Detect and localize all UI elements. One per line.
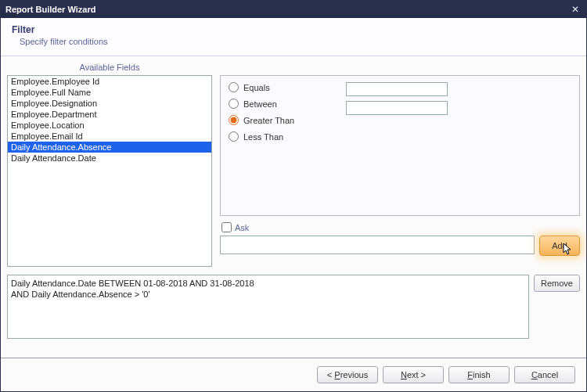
ask-checkbox[interactable] — [221, 222, 232, 232]
upper-area: Available Fields Employee.Employee IdEmp… — [7, 61, 580, 267]
list-item[interactable]: Daily Attendance.Date — [8, 153, 211, 164]
list-item[interactable]: Daily Attendance.Absence — [8, 142, 211, 153]
add-button[interactable]: Add — [539, 236, 580, 256]
available-fields-list[interactable]: Employee.Employee IdEmployee.Full NameEm… — [7, 75, 212, 267]
wizard-footer: < Previous Next > Finish Cancel — [1, 358, 586, 391]
wizard-header: Filter Specify filter conditions — [1, 18, 586, 56]
ask-label: Ask — [235, 223, 249, 232]
wizard-body: Available Fields Employee.Employee IdEmp… — [1, 56, 586, 358]
list-item[interactable]: Employee.Location — [8, 120, 211, 131]
list-item[interactable]: Employee.Email Id — [8, 131, 211, 142]
radio-less-than[interactable]: Less Than — [229, 131, 330, 142]
window-title: Report Builder Wizard — [5, 5, 95, 14]
finish-button[interactable]: Finish — [448, 366, 510, 383]
wizard-window: Report Builder Wizard ✕ Filter Specify f… — [0, 0, 587, 392]
condition-panel: Equals Between Greater Than Less Th — [220, 75, 580, 216]
radio-less-than-input[interactable] — [229, 131, 239, 142]
radio-greater-than-input[interactable] — [229, 115, 239, 125]
radio-less-than-label: Less Than — [243, 132, 283, 142]
remove-button[interactable]: Remove — [534, 275, 580, 292]
value1-input[interactable] — [346, 82, 448, 96]
value2-input[interactable] — [346, 101, 448, 115]
radio-greater-than-label: Greater Than — [243, 116, 294, 125]
cancel-button[interactable]: Cancel — [514, 366, 575, 383]
next-button[interactable]: Next > — [383, 366, 444, 383]
titlebar: Report Builder Wizard ✕ — [1, 1, 586, 18]
value-inputs — [346, 82, 448, 209]
expression-row: Add — [220, 236, 580, 256]
radio-between[interactable]: Between — [229, 99, 330, 109]
wizard-step-subtitle: Specify filter conditions — [20, 37, 575, 46]
ask-row: Ask — [221, 222, 580, 232]
add-button-label: Add — [552, 241, 567, 250]
list-item[interactable]: Employee.Designation — [8, 98, 211, 109]
expression-input[interactable] — [220, 236, 535, 254]
wizard-step-title: Filter — [12, 24, 575, 35]
list-item[interactable]: Employee.Department — [8, 109, 211, 120]
radio-greater-than[interactable]: Greater Than — [229, 115, 330, 125]
available-fields-label: Available Fields — [7, 61, 212, 75]
available-fields-column: Available Fields Employee.Employee IdEmp… — [7, 61, 212, 267]
previous-button[interactable]: < Previous — [317, 366, 378, 383]
results-row: Daily Attendance.Date BETWEEN 01-08-2018… — [7, 275, 580, 339]
results-box[interactable]: Daily Attendance.Date BETWEEN 01-08-2018… — [7, 275, 529, 339]
list-item[interactable]: Employee.Employee Id — [8, 76, 211, 87]
condition-radios: Equals Between Greater Than Less Th — [229, 82, 330, 209]
condition-column: Equals Between Greater Than Less Th — [220, 75, 580, 267]
radio-between-label: Between — [243, 99, 277, 109]
close-icon[interactable]: ✕ — [569, 4, 582, 15]
radio-equals[interactable]: Equals — [229, 82, 330, 92]
radio-equals-input[interactable] — [229, 82, 239, 92]
list-item[interactable]: Employee.Full Name — [8, 87, 211, 98]
radio-equals-label: Equals — [243, 83, 270, 92]
radio-between-input[interactable] — [229, 99, 239, 109]
